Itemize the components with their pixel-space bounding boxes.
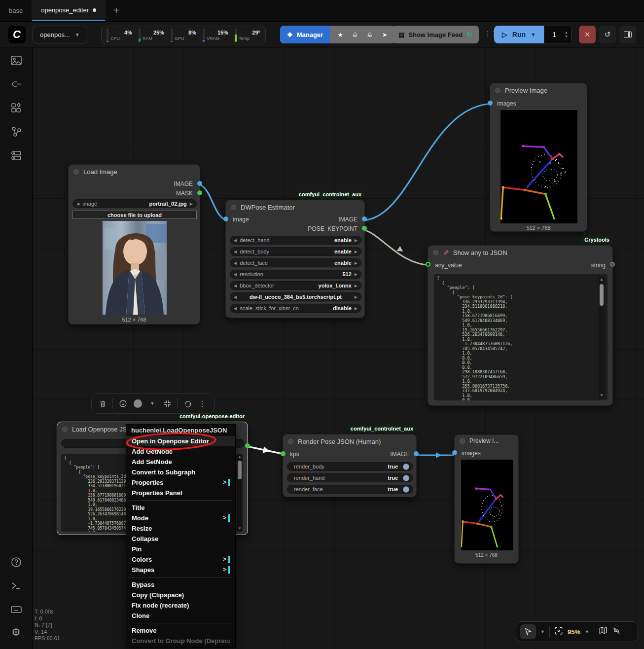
menu-item-pin[interactable]: Pin [126,544,235,554]
toggle-icon[interactable] [403,486,409,493]
menu-item-shapes[interactable]: Shapes> [126,565,235,575]
history-button[interactable]: ↺ [599,26,616,43]
sidebar-item-models[interactable] [10,78,23,91]
input-socket-images[interactable] [452,450,457,455]
graph-canvas[interactable]: Load Image IMAGE MASK ◀ image portrait_0… [33,47,644,649]
scroll-down-icon[interactable]: ▼ [237,526,243,531]
sidebar-item-settings[interactable]: ⚙ [10,626,23,639]
manager-button[interactable]: ❖ Manager [280,26,330,43]
next-arrow-icon[interactable]: ▶ [355,295,358,299]
widget-pose-estimator-model[interactable]: ◀dw-ll_ucoco_384_bs5.torchscript.pt▶ [230,292,361,301]
node-preview-image-bottom[interactable]: Preview I... images [454,434,519,564]
workflow-selector[interactable]: openpos... ▼ [33,26,87,43]
json-scrollbar[interactable]: ▲ ▼ [599,276,605,398]
collapse-dot-icon[interactable] [288,439,293,444]
widget-detect-hand[interactable]: ◀detect_handenable▶ [230,236,361,245]
widget-bbox-detector[interactable]: ◀bbox_detectoryolox_l.onnx▶ [230,281,361,290]
scrollbar-thumb[interactable] [600,284,604,306]
menu-item-fix-node[interactable]: Fix node (recreate) [126,600,235,611]
run-options-chevron-icon[interactable]: ▼ [531,32,536,37]
toggle-icon[interactable] [403,464,409,470]
share-icon[interactable]: ➤ [378,31,391,38]
menu-item-add-getnode[interactable]: Add GetNode [126,446,235,457]
menu-item-resize[interactable]: Resize [126,523,235,534]
widget-render-body[interactable]: render_body true [287,462,413,471]
node-dwpose-estimator[interactable]: comfyui_controlnet_aux DWPose Estimator … [225,200,365,318]
star-icon[interactable]: ★ [334,31,347,38]
next-arrow-icon[interactable]: ▶ [355,306,358,311]
menu-item-title[interactable]: Title [126,503,235,513]
prev-arrow-icon[interactable]: ◀ [234,250,237,254]
widget-detect-body[interactable]: ◀detect_bodyenable▶ [230,247,361,256]
upload-button[interactable]: choose file to upload [72,211,197,219]
batch-count-stepper[interactable]: 1 ▲▼ [544,26,572,43]
prev-arrow-icon[interactable]: ◀ [234,261,237,265]
node-scrollbar[interactable]: ▲ ▼ [237,454,243,532]
toggle-links-button[interactable] [612,626,621,637]
scroll-down-icon[interactable]: ▼ [599,393,605,397]
collapse-dot-icon[interactable] [73,169,79,175]
node-show-any-to-json[interactable]: Crystools ✎ Show any to JSON any_value s… [428,245,613,406]
output-socket-pose-keypoint[interactable] [245,443,250,448]
widget-resolution[interactable]: ◀resolution512▶ [230,270,361,279]
sidebar-item-terminal[interactable] [10,579,23,592]
next-arrow-icon[interactable]: ▶ [355,272,358,277]
bypass-node-button[interactable] [118,399,128,408]
tab-openpose-editer[interactable]: openpose_editer [32,0,106,21]
show-image-feed-button[interactable]: ▤ Show Image Feed ↻ [393,26,479,43]
next-arrow-icon[interactable]: ▶ [190,202,193,206]
scrollbar-thumb[interactable] [238,461,242,479]
bell-icon[interactable]: 🕭︎ [349,31,361,38]
next-arrow-icon[interactable]: ▶ [355,284,358,288]
sidebar-item-workflows[interactable] [10,125,23,138]
node-load-image[interactable]: Load Image IMAGE MASK ◀ image portrait_0… [68,164,200,324]
menu-item-properties-panel[interactable]: Properties Panel [126,488,235,498]
menu-item-add-setnode[interactable]: Add SetNode [126,457,235,467]
select-tool-button[interactable] [520,624,536,639]
stepper-arrows-icon[interactable]: ▲▼ [565,31,571,38]
output-socket-image[interactable] [414,451,419,456]
node-color-button[interactable] [133,399,143,408]
menu-item-collapse[interactable]: Collapse [126,534,235,544]
output-socket-image[interactable] [362,216,367,221]
bell-alt-icon[interactable]: 🕭︎ [363,31,376,38]
node-preview-image-top[interactable]: Preview Image images [490,83,587,232]
input-socket-image[interactable] [223,216,228,221]
input-socket-any-value[interactable] [426,262,430,267]
menu-item-clone[interactable]: Clone [126,611,235,621]
output-socket-string[interactable] [610,262,615,267]
prev-arrow-icon[interactable]: ◀ [234,306,237,311]
collapse-dot-icon[interactable] [231,205,236,210]
prev-arrow-icon[interactable]: ◀ [234,284,237,288]
collapse-dot-icon[interactable] [62,427,68,432]
menu-item-copy-clipspace[interactable]: Copy (Clipspace) [126,590,235,600]
zoom-dropdown-chevron[interactable]: ▼ [585,629,589,634]
toggle-icon[interactable] [403,475,409,481]
collapse-dot-icon[interactable] [433,250,438,255]
json-output-text[interactable]: [ { "people": [ { "pose_keypoints_2d": [… [434,274,608,400]
sidebar-item-extensions[interactable] [10,102,23,114]
widget-scale-stick[interactable]: ◀scale_stick_for_xinsr_cndisable▶ [230,304,361,313]
tool-dropdown-chevron[interactable]: ▼ [540,629,545,634]
output-socket-pose-keypoint[interactable] [362,226,367,231]
output-socket-image[interactable] [197,181,202,186]
sidebar-item-gallery[interactable] [10,54,23,67]
prev-arrow-icon[interactable]: ◀ [234,238,237,243]
menu-item-remove[interactable]: Remove [126,625,235,636]
menu-item-open-in-openpose-editor[interactable]: Open in Openpose Editor [126,436,235,446]
new-tab-button[interactable]: + [106,0,127,21]
menu-item-convert-to-subgraph[interactable]: Convert to Subgraph [126,467,235,477]
widget-render-hand[interactable]: render_hand true [287,473,413,482]
sidebar-item-templates[interactable] [10,149,23,162]
cancel-run-button[interactable]: ✕ [579,26,596,43]
comfyui-logo[interactable]: C [8,26,26,43]
toggle-panel-button[interactable] [619,26,636,43]
menu-item-properties[interactable]: Properties> [126,477,235,488]
menu-item-bypass[interactable]: Bypass [126,579,235,590]
next-arrow-icon[interactable]: ▶ [355,238,358,243]
fit-view-button[interactable] [554,626,563,637]
widget-render-face[interactable]: render_face true [287,485,413,494]
menu-item-colors[interactable]: Colors> [126,554,235,565]
node-render-pose-json[interactable]: comfyui_controlnet_aux Render Pose JSON … [283,434,417,497]
delete-node-button[interactable] [98,399,107,408]
